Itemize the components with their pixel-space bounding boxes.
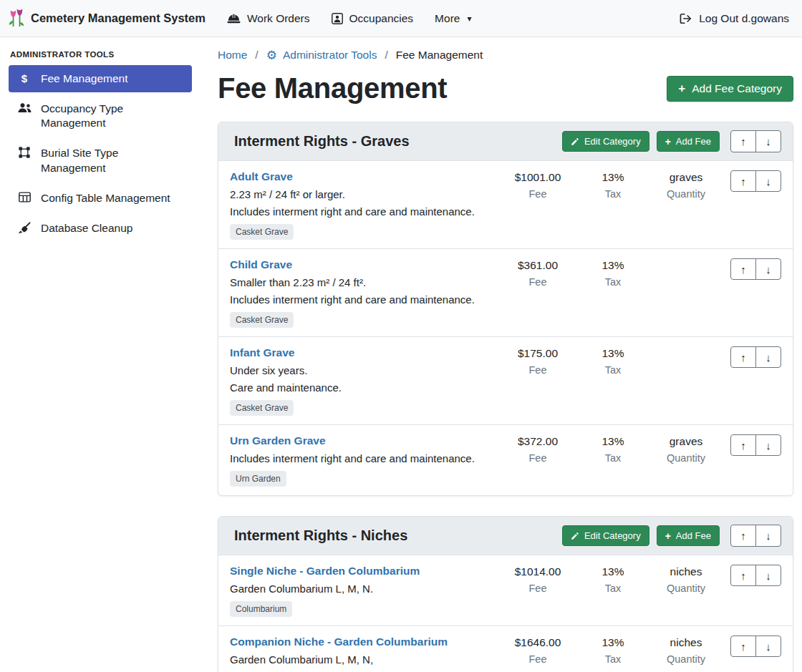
add-fee-button[interactable]: + Add Fee — [657, 131, 720, 152]
fee-description-line: Garden Columbarium L, M, N. — [230, 583, 491, 595]
gear-icon: ⚙ — [266, 49, 277, 62]
sidebar-item-burial-site-type-management[interactable]: Burial Site Type Management — [9, 140, 192, 181]
fee-reorder-controls: ↑ ↓ — [727, 565, 781, 586]
fee-amount-column: $1014.00 Fee — [495, 565, 581, 594]
fee-amount-column: $1001.00 Fee — [495, 170, 581, 200]
tax-value: 13% — [581, 565, 645, 578]
fee-name-link[interactable]: Single Niche - Garden Columbarium — [230, 565, 420, 578]
move-category-down-button[interactable]: ↓ — [755, 525, 781, 547]
plus-icon: + — [665, 137, 671, 147]
fee-description-line: Includes interment right and care and ma… — [230, 205, 491, 218]
fee-description-line: Under six years. — [230, 364, 491, 376]
move-category-up-button[interactable]: ↑ — [730, 525, 756, 547]
add-fee-label: Add Fee — [676, 530, 711, 541]
fee-name-link[interactable]: Child Grave — [230, 258, 292, 271]
fee-type-badge: Urn Garden — [230, 471, 286, 487]
add-fee-category-button[interactable]: + Add Fee Category — [667, 76, 793, 102]
tax-column: 13% Tax — [581, 170, 645, 200]
quantity-column: niches Quantity — [645, 565, 727, 594]
move-fee-up-button[interactable]: ↑ — [730, 170, 756, 192]
sidebar-item-label: Config Table Management — [41, 191, 170, 205]
tax-value: 13% — [581, 259, 645, 272]
move-fee-up-button[interactable]: ↑ — [730, 434, 756, 456]
category-title: Interment Rights - Niches — [230, 527, 555, 544]
move-fee-up-button[interactable]: ↑ — [730, 258, 756, 280]
logout-button[interactable]: Log Out d.gowans — [680, 12, 789, 25]
sidebar-item-fee-management[interactable]: $ Fee Management — [9, 65, 192, 92]
edit-category-label: Edit Category — [584, 530, 641, 541]
move-fee-down-button[interactable]: ↓ — [755, 434, 781, 456]
move-fee-up-button[interactable]: ↑ — [730, 565, 756, 586]
fee-info: Infant Grave Under six years. Care and m… — [230, 346, 495, 416]
quantity-column: niches Quantity — [645, 636, 727, 665]
fee-description-line: Includes interment right and care and ma… — [230, 452, 491, 464]
move-category-down-button[interactable]: ↓ — [755, 130, 781, 152]
tax-label: Tax — [581, 188, 645, 200]
category-reorder-controls: ↑ ↓ — [730, 130, 781, 152]
quantity-label: Quantity — [645, 452, 727, 464]
sidebar-item-label: Burial Site Type Management — [41, 146, 183, 175]
fee-amount-label: Fee — [495, 452, 581, 464]
quantity-column: graves Quantity — [645, 434, 727, 464]
fee-reorder-controls: ↑ ↓ — [727, 346, 781, 368]
add-fee-label: Add Fee — [676, 136, 711, 147]
fee-amount-value: $372.00 — [495, 435, 581, 448]
pencil-icon — [571, 532, 579, 540]
edit-category-button[interactable]: Edit Category — [562, 525, 649, 546]
sidebar-item-occupancy-type-management[interactable]: Occupancy Type Management — [9, 95, 192, 137]
fee-info: Child Grave Smaller than 2.23 m² / 24 ft… — [230, 258, 495, 328]
nav-occupancies[interactable]: Occupancies — [332, 12, 414, 25]
fee-name-link[interactable]: Infant Grave — [230, 346, 294, 359]
nav-work-orders[interactable]: Work Orders — [227, 12, 310, 25]
fee-amount-label: Fee — [495, 364, 581, 376]
sidebar-item-config-table-management[interactable]: Config Table Management — [9, 185, 192, 212]
fee-category-card-graves: Interment Rights - Graves Edit Category … — [218, 122, 793, 496]
quantity-column: graves Quantity — [645, 170, 727, 200]
breadcrumb-home-link[interactable]: Home — [218, 49, 247, 62]
nav-more[interactable]: More ▾ — [435, 12, 471, 25]
page-layout: Administrator Tools $ Fee Management Occ… — [0, 37, 802, 672]
move-fee-down-button[interactable]: ↓ — [755, 346, 781, 368]
move-fee-up-button[interactable]: ↑ — [730, 636, 756, 657]
tax-label: Tax — [581, 653, 645, 665]
tax-column: 13% Tax — [581, 636, 645, 665]
app-brand-link[interactable]: Cemetery Management System — [9, 9, 206, 28]
page-title: Fee Management — [218, 72, 447, 104]
nav-item-label: Work Orders — [247, 12, 310, 25]
tax-value: 13% — [581, 347, 645, 360]
fee-name-link[interactable]: Companion Niche - Garden Columbarium — [230, 636, 448, 648]
fee-description-line: Garden Columbarium L, M, N, — [230, 653, 491, 666]
tax-column: 13% Tax — [581, 258, 645, 288]
fee-amount-value: $175.00 — [495, 347, 581, 360]
main-content: Home / ⚙ Administrator Tools / Fee Manag… — [200, 37, 802, 672]
move-fee-down-button[interactable]: ↓ — [755, 170, 781, 192]
nav-item-label: Occupancies — [349, 12, 414, 25]
edit-category-button[interactable]: Edit Category — [562, 131, 649, 152]
table-icon — [17, 192, 32, 203]
quantity-value: niches — [645, 636, 727, 649]
breadcrumb: Home / ⚙ Administrator Tools / Fee Manag… — [218, 49, 793, 62]
sidebar-item-database-cleanup[interactable]: Database Cleanup — [9, 215, 192, 242]
breadcrumb-separator: / — [385, 49, 387, 62]
hard-hat-icon — [227, 13, 241, 24]
add-fee-button[interactable]: + Add Fee — [657, 525, 720, 546]
fee-reorder-controls: ↑ ↓ — [727, 170, 781, 192]
fee-name-link[interactable]: Adult Grave — [230, 170, 293, 183]
move-fee-up-button[interactable]: ↑ — [730, 346, 756, 368]
quantity-value: niches — [645, 565, 727, 578]
plus-icon: + — [678, 82, 685, 94]
sidebar-heading: Administrator Tools — [0, 43, 200, 64]
quantity-column: Quantity — [645, 346, 727, 347]
move-fee-down-button[interactable]: ↓ — [755, 258, 781, 280]
fee-name-link[interactable]: Urn Garden Grave — [230, 434, 326, 447]
move-category-up-button[interactable]: ↑ — [730, 130, 756, 152]
breadcrumb-separator: / — [255, 49, 258, 62]
breadcrumb-admin-tools-link[interactable]: ⚙ Administrator Tools — [266, 49, 377, 62]
quantity-label: Quantity — [645, 188, 727, 200]
quantity-column: Quantity — [645, 258, 727, 259]
move-fee-down-button[interactable]: ↓ — [755, 565, 781, 586]
category-reorder-controls: ↑ ↓ — [730, 525, 781, 547]
quantity-value: graves — [645, 171, 727, 184]
move-fee-down-button[interactable]: ↓ — [755, 636, 781, 657]
broom-icon — [17, 222, 32, 233]
